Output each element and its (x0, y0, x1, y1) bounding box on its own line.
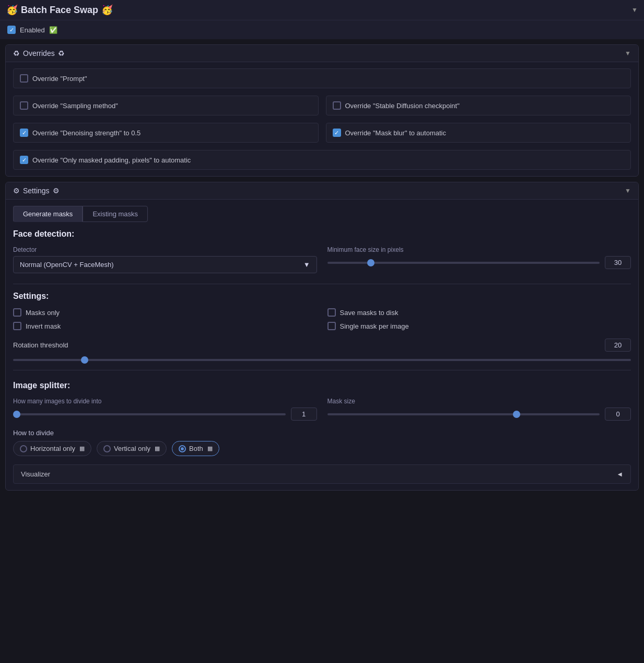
cb-masks-only[interactable] (13, 308, 21, 317)
override-item-maskblur[interactable]: Override "Mask blur" to automatic (326, 123, 631, 143)
title-emoji-right: 🥳 (101, 4, 113, 16)
radio-horizontal[interactable]: Horizontal only ▦ (13, 441, 91, 456)
radio-group: Horizontal only ▦ Vertical only ▦ Both ▦ (13, 441, 631, 456)
overrides-title: ♻ Overrides ♻ (13, 49, 65, 57)
radio-label-vertical: Vertical only (114, 445, 150, 452)
enabled-label: Enabled (20, 26, 45, 34)
visualizer-arrow: ◄ (616, 470, 623, 478)
label-invert-mask: Invert mask (26, 322, 61, 330)
overrides-arrow: ▼ (625, 50, 631, 57)
divide-field: How many images to divide into 1 (13, 398, 317, 421)
override-label-sampling: Override "Sampling method" (32, 102, 118, 110)
min-face-label: Minimum face size in pixels (327, 246, 631, 253)
checkbox-save-masks[interactable]: Save masks to disk (327, 308, 631, 317)
settings-header[interactable]: ⚙ Settings ⚙ ▼ (6, 182, 638, 200)
mask-size-field: Mask size 0 (327, 398, 631, 421)
radio-vertical[interactable]: Vertical only ▦ (97, 441, 167, 456)
override-row-3: Override "Denoising strength" to 0.5 Ove… (13, 123, 631, 143)
overrides-icon-left: ♻ (13, 49, 20, 57)
divide-value[interactable]: 1 (291, 408, 317, 421)
radio-icon-vertical: ▦ (155, 445, 160, 452)
cb-invert-mask[interactable] (13, 322, 21, 330)
inner-settings: Settings: Masks only Save masks to disk … (13, 292, 631, 363)
override-item-checkpoint[interactable]: Override "Stable Diffusion checkpoint" (326, 96, 631, 115)
checkbox-single-mask[interactable]: Single mask per image (327, 322, 631, 330)
radio-icon-both: ▦ (207, 445, 213, 452)
settings-arrow: ▼ (625, 187, 631, 194)
override-checkbox-sampling[interactable] (20, 101, 28, 110)
override-row-4: Override "Only masked padding, pixels" t… (13, 150, 631, 170)
radio-icon-horizontal: ▦ (79, 445, 85, 452)
radio-circle-horizontal (20, 445, 27, 452)
tab-existing-masks[interactable]: Existing masks (83, 206, 148, 222)
label-save-masks: Save masks to disk (340, 309, 399, 317)
override-label-maskblur: Override "Mask blur" to automatic (345, 129, 446, 137)
override-row-2: Override "Sampling method" Override "Sta… (13, 96, 631, 115)
enabled-checkbox[interactable] (7, 26, 16, 34)
min-face-slider[interactable] (327, 262, 600, 264)
settings-title-text: Settings (23, 187, 50, 195)
settings-title-row: ⚙ Settings ⚙ (13, 187, 60, 195)
radio-circle-both (179, 445, 186, 452)
cb-single-mask[interactable] (327, 322, 336, 330)
overrides-title-text: Overrides (23, 49, 55, 57)
checkbox-masks-only[interactable]: Masks only (13, 308, 317, 317)
image-splitter-section: Image splitter: How many images to divid… (13, 381, 631, 484)
override-item-sampling[interactable]: Override "Sampling method" (13, 96, 319, 115)
override-checkbox-maskblur[interactable] (333, 129, 341, 137)
radio-label-horizontal: Horizontal only (30, 445, 75, 452)
overrides-header[interactable]: ♻ Overrides ♻ ▼ (6, 45, 638, 62)
override-item-prompt[interactable]: Override "Prompt" (13, 68, 631, 88)
override-item-padding[interactable]: Override "Only masked padding, pixels" t… (13, 150, 631, 170)
override-row-1: Override "Prompt" (13, 68, 631, 88)
radio-circle-vertical (103, 445, 111, 452)
settings-icon-left: ⚙ (13, 187, 20, 195)
override-item-denoising[interactable]: Override "Denoising strength" to 0.5 (13, 123, 319, 143)
divide-field-label: How many images to divide into (13, 398, 317, 405)
override-checkbox-denoising[interactable] (20, 129, 28, 137)
min-face-wrap: Minimum face size in pixels 30 (327, 246, 631, 269)
rotation-slider[interactable] (13, 359, 631, 361)
override-label-padding: Override "Only masked padding, pixels" t… (32, 156, 191, 164)
visualizer-label: Visualizer (21, 470, 50, 478)
visualizer-row[interactable]: Visualizer ◄ (13, 464, 631, 484)
settings-icon-right: ⚙ (53, 187, 60, 195)
override-checkbox-prompt[interactable] (20, 74, 28, 83)
mask-size-label: Mask size (327, 398, 631, 405)
app-header: 🥳 Batch Face Swap 🥳 ▼ (0, 0, 644, 20)
radio-label-both: Both (189, 445, 203, 452)
divider-2 (13, 370, 631, 370)
radio-both[interactable]: Both ▦ (172, 441, 219, 456)
detector-value: Normal (OpenCV + FaceMesh) (20, 261, 114, 269)
settings-section: ⚙ Settings ⚙ ▼ Generate masks Existing m… (5, 182, 639, 491)
tabs-row: Generate masks Existing masks (13, 206, 631, 222)
face-detection-section: Face detection: Detector Normal (OpenCV … (13, 229, 631, 273)
cb-save-masks[interactable] (327, 308, 336, 317)
divide-slider[interactable] (13, 413, 286, 415)
mask-size-value[interactable]: 0 (605, 408, 631, 421)
mask-size-slider[interactable] (327, 413, 600, 415)
label-masks-only: Masks only (26, 309, 60, 317)
min-face-slider-row: 30 (327, 256, 631, 269)
app-container: 🥳 Batch Face Swap 🥳 ▼ Enabled ✅ ♻ Overri… (0, 0, 644, 663)
overrides-icon-right: ♻ (58, 49, 65, 57)
divider-1 (13, 284, 631, 284)
enabled-row: Enabled ✅ (0, 20, 644, 39)
checkbox-invert-mask[interactable]: Invert mask (13, 322, 317, 330)
detector-row: Detector Normal (OpenCV + FaceMesh) ▼ Mi… (13, 246, 631, 273)
detector-arrow: ▼ (303, 261, 310, 269)
detector-label: Detector (13, 246, 317, 253)
splitter-fields: How many images to divide into 1 Mask si… (13, 398, 631, 421)
header-dropdown-arrow[interactable]: ▼ (631, 6, 638, 14)
rotation-value[interactable]: 20 (605, 339, 631, 352)
override-label-denoising: Override "Denoising strength" to 0.5 (32, 129, 140, 137)
face-detection-title: Face detection: (13, 229, 631, 239)
detector-select[interactable]: Normal (OpenCV + FaceMesh) ▼ (13, 256, 317, 273)
label-single-mask: Single mask per image (340, 322, 409, 330)
override-checkbox-padding[interactable] (20, 156, 28, 164)
rotation-label-row: Rotation threshold 20 (13, 339, 631, 352)
divide-slider-row: 1 (13, 408, 317, 421)
override-checkbox-checkpoint[interactable] (333, 101, 341, 110)
min-face-value[interactable]: 30 (605, 256, 631, 269)
tab-generate-masks[interactable]: Generate masks (13, 206, 83, 222)
